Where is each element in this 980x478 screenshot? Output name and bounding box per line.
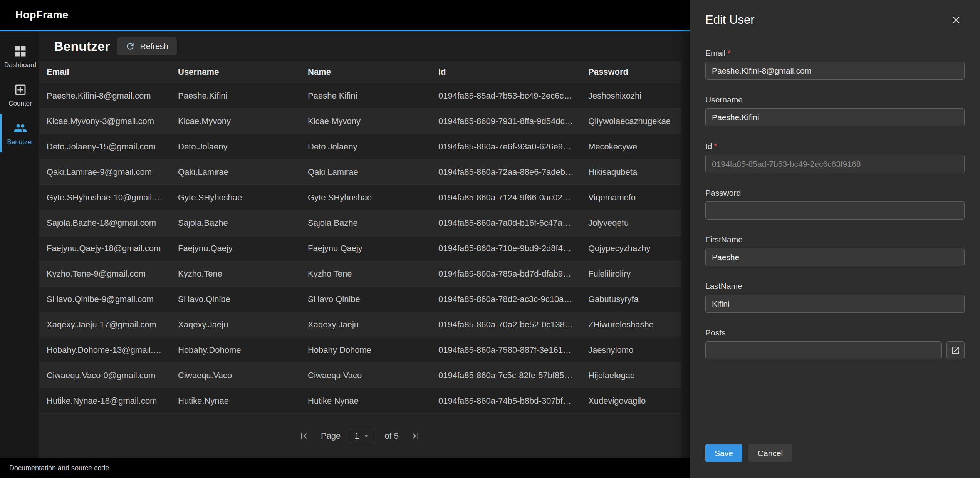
cell-email: SHavo.Qinibe-9@gmail.com	[39, 294, 170, 304]
cell-name: Qaki Lamirae	[300, 167, 430, 177]
email-input[interactable]	[705, 62, 965, 80]
refresh-button[interactable]: Refresh	[117, 37, 177, 55]
cell-name: Hutike Nynae	[300, 396, 430, 406]
cell-name: Faejynu Qaejy	[300, 243, 430, 253]
cell-username: Ciwaequ.Vaco	[170, 371, 300, 381]
field-username: Username	[705, 95, 965, 126]
cell-password: Hijelaelogae	[580, 371, 681, 381]
cell-email: Hutike.Nynae-18@gmail.com	[39, 396, 170, 406]
app-root: HopFrame DashboardCounterBenutzer Benutz…	[0, 0, 980, 478]
first-page-icon[interactable]	[296, 428, 312, 444]
cell-id: 0194fa85-860a-70a2-be52-0c13883d…	[430, 320, 580, 330]
field-label: Password	[705, 188, 965, 198]
table-row[interactable]: Deto.Jolaeny-15@gmail.comDeto.JolaenyDet…	[39, 134, 681, 159]
cell-password: Jeshoshixozhi	[580, 91, 681, 101]
page-select[interactable]: 1	[350, 428, 375, 444]
left-region: HopFrame DashboardCounterBenutzer Benutz…	[0, 0, 690, 478]
cell-id: 0194fa85-860a-7c5c-82fe-57bf8583…	[430, 371, 580, 381]
sidebar-item-label: Dashboard	[4, 61, 36, 69]
open-in-new-icon[interactable]	[946, 341, 965, 359]
firstname-input[interactable]	[705, 248, 965, 266]
cell-password: Jaeshylomo	[580, 345, 681, 355]
posts-input[interactable]	[705, 341, 942, 359]
table-row[interactable]: Sajola.Bazhe-18@gmail.comSajola.BazheSaj…	[39, 210, 681, 236]
table-row[interactable]: Faejynu.Qaejy-18@gmail.comFaejynu.QaejyF…	[39, 236, 681, 261]
cell-email: Hobahy.Dohome-13@gmail.com	[39, 345, 170, 355]
cell-username: Hobahy.Dohome	[170, 345, 300, 355]
cell-id: 0194fa85-860a-74b5-b8bd-307bf7ea…	[430, 396, 580, 406]
cell-password: Qojypecyzhazhy	[580, 243, 681, 253]
table-row[interactable]: Kicae.Myvony-3@gmail.comKicae.MyvonyKica…	[39, 109, 681, 134]
cell-id: 0194fa85-860a-78d2-ac3c-9c10ace6…	[430, 294, 580, 304]
required-asterisk: *	[714, 142, 717, 151]
password-input[interactable]	[705, 201, 965, 220]
table-row[interactable]: Hobahy.Dohome-13@gmail.comHobahy.DohomeH…	[39, 337, 681, 363]
cell-id: 0194fa85-85ad-7b53-bc49-2ec6c63f…	[430, 91, 580, 101]
drawer-fields: Email*UsernameId*PasswordFirstNameLastNa…	[705, 33, 965, 359]
cell-username: Xaqexy.Jaeju	[170, 320, 300, 330]
column-header: Name	[300, 67, 430, 77]
cell-name: Gyte SHyhoshae	[300, 193, 430, 203]
table-row[interactable]: SHavo.Qinibe-9@gmail.comSHavo.QinibeSHav…	[39, 287, 681, 312]
cell-id: 0194fa85-8609-7931-8ffa-9d54dc69…	[430, 116, 580, 126]
sidebar-item-dashboard[interactable]: Dashboard	[0, 37, 39, 75]
cell-password: Hikisaqubeta	[580, 167, 681, 177]
last-page-icon[interactable]	[408, 428, 423, 444]
cell-id: 0194fa85-860a-710e-9bd9-2d8f4718…	[430, 243, 580, 253]
cell-name: Xaqexy Jaeju	[300, 320, 430, 330]
sidebar-item-benutzer[interactable]: Benutzer	[0, 114, 39, 152]
refresh-label: Refresh	[140, 42, 168, 51]
required-asterisk: *	[728, 49, 731, 57]
cell-name: SHavo Qinibe	[300, 294, 430, 304]
people-icon	[13, 121, 27, 135]
sidebar-item-label: Counter	[8, 100, 32, 107]
table-header-row: EmailUsernameNameIdPassword	[39, 61, 681, 83]
docs-link[interactable]: Documentation and source code	[9, 464, 109, 472]
cell-username: Hutike.Nynae	[170, 396, 300, 406]
table-pagination: Page 1 of 5	[39, 414, 681, 458]
grid-icon	[13, 44, 27, 58]
cell-id: 0194fa85-860a-785a-bd7d-dfab9a3f…	[430, 269, 580, 279]
sidebar-item-label: Benutzer	[7, 138, 33, 146]
cell-password: Xudevigovagilo	[580, 396, 681, 406]
save-button[interactable]: Save	[705, 444, 742, 462]
close-icon[interactable]	[948, 12, 965, 29]
username-input[interactable]	[705, 108, 965, 126]
cell-name: Kicae Myvony	[300, 116, 430, 126]
table-row[interactable]: Xaqexy.Jaeju-17@gmail.comXaqexy.JaejuXaq…	[39, 312, 681, 337]
cell-id: 0194fa85-860a-72aa-88e6-7adeb902…	[430, 167, 580, 177]
cell-username: Faejynu.Qaejy	[170, 243, 300, 253]
lastname-input[interactable]	[705, 295, 965, 313]
main-content: Benutzer Refresh EmailUsernameNameIdPass…	[39, 31, 690, 458]
cell-password: Fuleliliroliry	[580, 269, 681, 279]
drawer-title: Edit User	[705, 13, 754, 27]
edit-user-drawer: Edit User Email*UsernameId*PasswordFirst…	[690, 0, 980, 478]
users-table: EmailUsernameNameIdPassword Paeshe.Kifin…	[39, 61, 681, 458]
drawer-header: Edit User	[705, 12, 965, 29]
table-row[interactable]: Kyzho.Tene-9@gmail.comKyzho.TeneKyzho Te…	[39, 261, 681, 287]
field-label: Username	[705, 95, 965, 104]
column-header: Id	[430, 67, 580, 77]
table-row[interactable]: Ciwaequ.Vaco-0@gmail.comCiwaequ.VacoCiwa…	[39, 363, 681, 388]
cell-email: Sajola.Bazhe-18@gmail.com	[39, 218, 170, 228]
refresh-icon	[125, 41, 135, 51]
table-row[interactable]: Hutike.Nynae-18@gmail.comHutike.NynaeHut…	[39, 388, 681, 414]
cell-name: Deto Jolaeny	[300, 142, 430, 152]
cell-username: Qaki.Lamirae	[170, 167, 300, 177]
cell-username: Kyzho.Tene	[170, 269, 300, 279]
cell-username: Paeshe.Kifini	[170, 91, 300, 101]
posts-input-row	[705, 341, 965, 359]
chevron-down-icon	[362, 432, 371, 440]
table-row[interactable]: Gyte.SHyhoshae-10@gmail.comGyte.SHyhosha…	[39, 185, 681, 210]
table-row[interactable]: Paeshe.Kifini-8@gmail.comPaeshe.KifiniPa…	[39, 83, 681, 109]
app-title: HopFrame	[15, 9, 69, 21]
cell-password: Jolyveqefu	[580, 218, 681, 228]
cancel-button[interactable]: Cancel	[748, 444, 792, 462]
cell-username: Kicae.Myvony	[170, 116, 300, 126]
sidebar-item-counter[interactable]: Counter	[0, 75, 39, 114]
field-firstname: FirstName	[705, 235, 965, 266]
field-label: LastName	[705, 282, 965, 291]
table-row[interactable]: Qaki.Lamirae-9@gmail.comQaki.LamiraeQaki…	[39, 159, 681, 185]
field-label: FirstName	[705, 235, 965, 244]
cell-email: Gyte.SHyhoshae-10@gmail.com	[39, 193, 170, 203]
